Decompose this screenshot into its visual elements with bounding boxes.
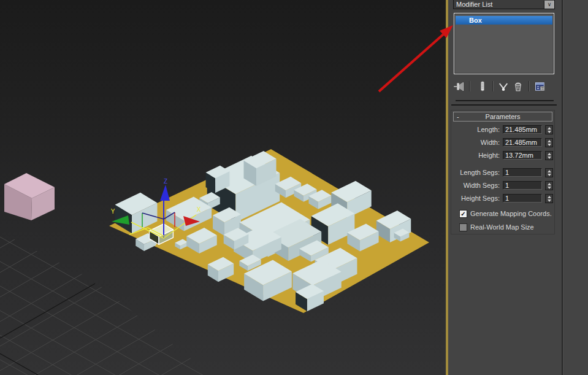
command-panel: Modifier List ∨ Box (448, 0, 588, 375)
configure-modifier-sets-icon (534, 80, 546, 93)
length-segs-label: Length Segs: (460, 169, 500, 176)
collapse-icon[interactable]: - (457, 112, 463, 121)
length-spinner[interactable] (545, 125, 553, 134)
height-segs-spinner[interactable] (545, 194, 553, 203)
axis-label-z: Z (164, 178, 167, 185)
height-label: Height: (478, 152, 500, 159)
height-input[interactable]: 13.72mm (503, 151, 542, 160)
width-row: Width: 21.485mm (451, 138, 554, 147)
height-segs-label: Height Segs: (461, 195, 500, 202)
height-segs-row: Height Segs: 1 (451, 194, 554, 203)
modifier-list-dropdown[interactable]: Modifier List ∨ (453, 0, 555, 9)
spinner-up-icon[interactable] (548, 183, 551, 185)
spinner-down-icon[interactable] (548, 157, 551, 159)
modifier-list-label: Modifier List (454, 1, 544, 9)
length-row: Length: 21.485mm (451, 125, 554, 134)
spinner-down-icon[interactable] (548, 174, 551, 176)
width-spinner[interactable] (545, 138, 553, 147)
spinner-up-icon[interactable] (548, 153, 551, 155)
width-label: Width: (481, 139, 500, 146)
pin-stack-icon (453, 80, 465, 93)
generate-mapping-coords-row: ✓ Generate Mapping Coords. (451, 210, 554, 218)
pink-box[interactable] (4, 173, 55, 220)
width-segs-input[interactable]: 1 (503, 181, 542, 190)
width-segs-label: Width Segs: (464, 182, 500, 189)
toolbar-separator (492, 81, 494, 91)
spinner-up-icon[interactable] (548, 140, 551, 142)
viewport[interactable]: ZXY (0, 0, 446, 375)
axis-label-y: Y (111, 208, 115, 215)
spinner-down-icon[interactable] (548, 187, 551, 189)
parameters-rollout-header[interactable]: - Parameters (453, 112, 552, 122)
spinner-up-icon[interactable] (548, 196, 551, 198)
modifier-stack-item-box[interactable]: Box (456, 16, 552, 25)
length-segs-input[interactable]: 1 (503, 168, 542, 177)
make-unique-button[interactable] (497, 80, 510, 93)
panel-divider (451, 104, 557, 106)
rollout-title: Parameters (486, 113, 521, 120)
height-spinner[interactable] (545, 151, 553, 160)
configure-modifier-sets-button[interactable] (534, 80, 546, 93)
real-world-map-size-checkbox[interactable] (459, 223, 467, 231)
spinner-up-icon[interactable] (548, 170, 551, 172)
show-end-result-button[interactable] (476, 80, 489, 93)
pin-stack-button[interactable] (453, 80, 465, 93)
spinner-up-icon[interactable] (548, 127, 551, 130)
chevron-down-icon[interactable]: ∨ (544, 1, 554, 9)
width-input[interactable]: 21.485mm (503, 138, 542, 147)
checkmark-icon: ✓ (460, 211, 467, 217)
width-segs-spinner[interactable] (545, 181, 553, 190)
remove-modifier-button[interactable] (512, 80, 524, 93)
make-unique-icon (497, 80, 510, 93)
app-window: ZXY Modifier List ∨ Box (0, 0, 588, 375)
length-segs-spinner[interactable] (545, 168, 553, 177)
show-end-result-icon (476, 80, 489, 93)
real-world-map-size-row: Real-World Map Size (451, 223, 554, 232)
parameters-rollout: - Parameters Length: 21.485mm Width: 21.… (451, 110, 555, 234)
modifier-stack[interactable]: Box (454, 13, 554, 74)
axis-label-x: X (197, 206, 201, 213)
generate-mapping-coords-checkbox[interactable]: ✓ (459, 210, 467, 218)
spinner-down-icon[interactable] (548, 144, 551, 146)
length-input[interactable]: 21.485mm (503, 125, 542, 134)
viewport-canvas[interactable]: ZXY (0, 0, 448, 375)
panel-divider (456, 100, 554, 101)
real-world-map-size-label: Real-World Map Size (470, 223, 534, 231)
spinner-down-icon[interactable] (548, 199, 551, 202)
toolbar-separator (469, 81, 470, 91)
spinner-down-icon[interactable] (548, 131, 551, 133)
length-segs-row: Length Segs: 1 (451, 168, 554, 177)
height-row: Height: 13.72mm (451, 151, 554, 160)
panel-edge-divider (562, 0, 563, 375)
generate-mapping-coords-label: Generate Mapping Coords. (470, 210, 552, 217)
toolbar-separator (529, 81, 530, 91)
height-segs-input[interactable]: 1 (503, 194, 542, 203)
length-label: Length: (477, 126, 500, 133)
remove-modifier-icon (512, 80, 524, 93)
width-segs-row: Width Segs: 1 (451, 181, 554, 190)
